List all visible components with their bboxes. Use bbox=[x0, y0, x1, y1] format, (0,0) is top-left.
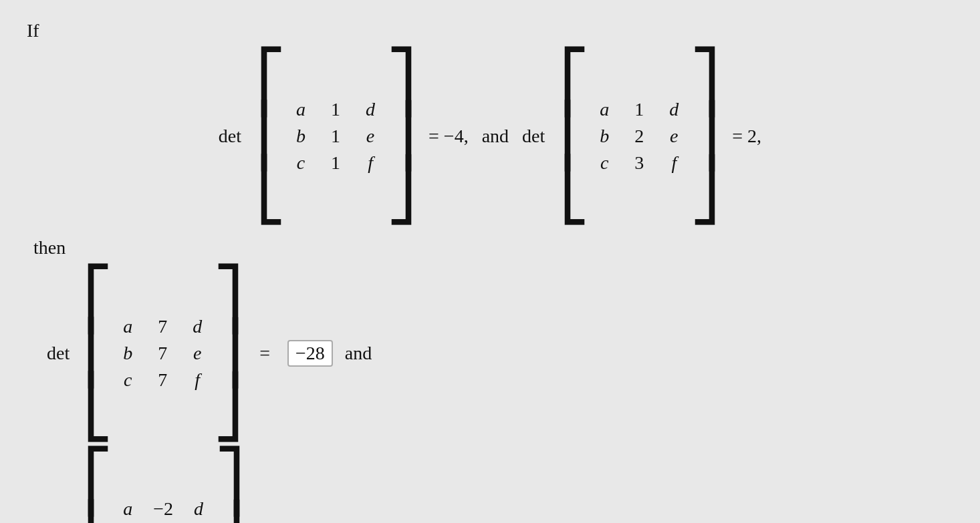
right-bracket-4: ⎤⎥⎦ bbox=[215, 454, 243, 523]
result-1: = −4, bbox=[428, 126, 469, 147]
answer-box-1[interactable]: −28 bbox=[287, 340, 333, 367]
left-bracket-1: ⎡⎢⎣ bbox=[256, 55, 285, 217]
matrix-1-rows: a 1 d b 1 e c 1 f bbox=[285, 55, 386, 217]
cell: d bbox=[667, 99, 681, 120]
cell: f bbox=[191, 369, 204, 391]
matrix-row: c 7 f bbox=[121, 369, 204, 391]
cell: −2 bbox=[153, 498, 173, 520]
cell: 2 bbox=[630, 126, 648, 147]
left-bracket-2: ⎡⎢⎣ bbox=[560, 55, 588, 217]
cell: 1 bbox=[326, 99, 345, 120]
cell: a bbox=[294, 99, 308, 120]
then-label: then bbox=[33, 237, 953, 258]
matrix-row: a 1 d bbox=[294, 99, 377, 120]
cell: e bbox=[667, 126, 681, 147]
cell: b bbox=[598, 126, 611, 147]
matrix-row: b 7 e bbox=[121, 343, 204, 364]
bottom-section: det ⎡⎢⎣ a 7 d b 7 e c 7 bbox=[47, 272, 953, 523]
cell: 1 bbox=[630, 99, 648, 120]
matrix-3-rows: a 7 d b 7 e c 7 f bbox=[112, 272, 213, 434]
and-text-bottom: and bbox=[345, 343, 372, 364]
matrix-2: ⎡⎢⎣ a 1 d b 2 e c 3 f ⎤⎥⎦ bbox=[560, 55, 719, 217]
matrix-row: a −2 d bbox=[121, 498, 205, 520]
eq-row-2: det ⎡⎢⎣ a −2 d b −3 e c bbox=[47, 454, 953, 523]
cell: f bbox=[364, 152, 377, 174]
matrix-row: a 7 d bbox=[121, 316, 204, 337]
left-bracket-4: ⎡⎢⎣ bbox=[83, 454, 112, 523]
cell: 1 bbox=[326, 152, 345, 174]
det-label-2: det bbox=[522, 126, 545, 147]
top-equation: det ⎡⎢⎣ a 1 d b 1 e c 1 f bbox=[27, 55, 953, 217]
cell: d bbox=[192, 498, 205, 520]
matrix-3: ⎡⎢⎣ a 7 d b 7 e c 7 f bbox=[83, 272, 242, 434]
page: If det ⎡⎢⎣ a 1 d b 1 e c 1 bbox=[0, 0, 980, 523]
matrix-row: b 2 e bbox=[598, 126, 681, 147]
matrix-2-rows: a 1 d b 2 e c 3 f bbox=[588, 55, 690, 217]
equals-3: = bbox=[259, 343, 270, 364]
right-bracket-3: ⎤⎥⎦ bbox=[213, 272, 242, 434]
cell: b bbox=[121, 343, 134, 364]
right-bracket-1: ⎤⎥⎦ bbox=[386, 55, 415, 217]
cell: a bbox=[121, 498, 134, 520]
cell: b bbox=[294, 126, 308, 147]
matrix-row: c 3 f bbox=[598, 152, 681, 174]
cell: c bbox=[294, 152, 308, 174]
cell: 3 bbox=[630, 152, 648, 174]
cell: a bbox=[121, 316, 134, 337]
cell: 7 bbox=[153, 343, 172, 364]
right-bracket-2: ⎤⎥⎦ bbox=[690, 55, 719, 217]
cell: d bbox=[364, 99, 377, 120]
and-text-top: and bbox=[482, 126, 509, 147]
matrix-1: ⎡⎢⎣ a 1 d b 1 e c 1 f ⎤⎥⎦ bbox=[256, 55, 415, 217]
left-bracket-3: ⎡⎢⎣ bbox=[83, 272, 112, 434]
matrix-row: b 1 e bbox=[294, 126, 377, 147]
cell: e bbox=[364, 126, 377, 147]
cell: a bbox=[598, 99, 611, 120]
cell: 7 bbox=[153, 369, 172, 391]
matrix-row: a 1 d bbox=[598, 99, 681, 120]
det-label-1: det bbox=[219, 126, 241, 147]
if-label: If bbox=[27, 20, 953, 41]
cell: e bbox=[191, 343, 204, 364]
cell: 1 bbox=[326, 126, 345, 147]
eq-row-1: det ⎡⎢⎣ a 7 d b 7 e c 7 bbox=[47, 272, 953, 434]
matrix-row: c 1 f bbox=[294, 152, 377, 174]
matrix-4-rows: a −2 d b −3 e c −4 f bbox=[112, 454, 215, 523]
matrix-4: ⎡⎢⎣ a −2 d b −3 e c −4 f bbox=[83, 454, 243, 523]
det-label-3: det bbox=[47, 343, 70, 364]
cell: c bbox=[121, 369, 134, 391]
cell: 7 bbox=[153, 316, 172, 337]
cell: f bbox=[667, 152, 681, 174]
cell: d bbox=[191, 316, 204, 337]
cell: c bbox=[598, 152, 611, 174]
result-2: = 2, bbox=[732, 126, 761, 147]
